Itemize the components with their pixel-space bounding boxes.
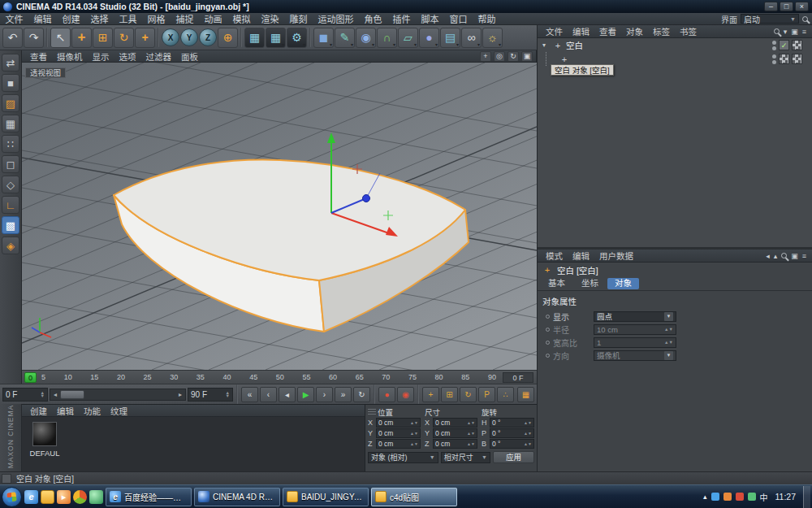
search-icon[interactable] (802, 16, 808, 22)
move-tool-icon[interactable]: + (71, 28, 92, 48)
menu-item-4[interactable]: 工具 (114, 12, 142, 25)
taskbar-task-c4d-textures[interactable]: c4d贴图 (371, 488, 457, 506)
size-z-field[interactable]: 0 cm▲▼ (433, 439, 477, 449)
visibility-dots[interactable] (772, 41, 776, 50)
om-menu-item-2[interactable]: 查看 (594, 25, 621, 37)
viewport-canvas[interactable]: 透视视图 (22, 63, 537, 370)
om-burger-icon[interactable]: ≡ (802, 28, 806, 36)
material-menu-item-3[interactable]: 纹理 (106, 405, 132, 417)
tab-basic[interactable]: 基本 (541, 278, 572, 289)
am-search-icon[interactable] (781, 253, 787, 258)
taskbar-task-baidu[interactable]: e 百度经验——实用... (106, 488, 192, 506)
live-selection-icon[interactable]: ↖ (50, 28, 71, 48)
minimize-button[interactable]: – (764, 2, 778, 11)
quicklaunch-ie-icon[interactable]: e (24, 490, 38, 504)
tab-coordinates[interactable]: 坐标 (574, 278, 606, 289)
view-label[interactable]: 透视视图 (25, 67, 66, 78)
pos-x-field[interactable]: 0 cm▲▼ (376, 418, 421, 428)
menu-item-14[interactable]: 脚本 (416, 12, 444, 25)
om-menu-item-0[interactable]: 文件 (541, 25, 568, 37)
menu-item-16[interactable]: 帮助 (473, 12, 501, 25)
menu-item-6[interactable]: 捕捉 (171, 12, 199, 25)
animation-options-icon[interactable]: ▦ (517, 387, 534, 402)
tray-icon-orange[interactable] (723, 493, 732, 501)
coord-mode-dropdown[interactable]: 对象 (相对)▼ (368, 452, 438, 463)
am-up-icon[interactable]: ▴ (774, 252, 778, 260)
gizmo-z-handle[interactable] (363, 195, 370, 202)
edges-mode-icon[interactable]: ◻ (2, 155, 19, 173)
model-mode-icon[interactable]: ■ (2, 74, 19, 92)
lock-y-axis-button[interactable]: Y (180, 28, 198, 46)
render-settings-icon[interactable]: ⚙▾ (287, 28, 307, 48)
quicklaunch-media-icon[interactable]: ▸ (57, 490, 71, 504)
pan-view-icon[interactable]: + (480, 51, 491, 62)
menu-item-15[interactable]: 窗口 (444, 12, 473, 25)
polygons-mode-icon[interactable]: ◇ (2, 176, 19, 193)
menu-item-11[interactable]: 运动图形 (313, 12, 359, 25)
am-lock-icon[interactable]: ▣ (791, 252, 798, 260)
spinner-icon[interactable]: ▲▼ (226, 391, 230, 398)
menu-item-3[interactable]: 选择 (85, 12, 114, 25)
add-stage-icon[interactable]: ▤▾ (440, 28, 460, 48)
add-light-icon[interactable]: ☼▾ (482, 28, 503, 48)
visibility-dots[interactable] (772, 54, 776, 64)
points-mode-icon[interactable]: ∷ (2, 135, 19, 153)
slider-handle[interactable] (60, 390, 84, 399)
quicklaunch-folder-icon[interactable] (41, 490, 54, 504)
current-frame-field[interactable]: 0 F (503, 372, 533, 383)
add-environment-icon[interactable]: ●▾ (419, 28, 439, 48)
goto-start-icon[interactable]: « (241, 387, 258, 402)
apply-button[interactable]: 应用 (493, 451, 534, 463)
rot-h-field[interactable]: 0 °▲▼ (490, 418, 534, 428)
menu-item-2[interactable]: 创建 (57, 12, 85, 25)
workplane-mode-icon[interactable]: ▦ (2, 115, 19, 132)
viewport-menu-item-2[interactable]: 显示 (88, 50, 114, 63)
slider-left-arrow-icon[interactable]: ◂ (50, 391, 60, 398)
redo-icon[interactable]: ↷ (24, 28, 44, 48)
goto-end-icon[interactable]: » (335, 387, 352, 402)
maximize-button[interactable]: □ (780, 2, 793, 11)
animation-dot[interactable] (546, 341, 550, 345)
frame-start-field[interactable]: 0 F ▲▼ (2, 388, 48, 402)
tray-icon-red[interactable] (736, 493, 744, 501)
material-menu-item-0[interactable]: 创建 (25, 405, 52, 417)
rotate-tool-icon[interactable]: ↻ (114, 28, 134, 48)
menu-item-9[interactable]: 渲染 (256, 12, 284, 25)
rotate-view-icon[interactable]: ↻ (508, 51, 519, 62)
layout-dropdown[interactable]: 启动 ▼ (741, 14, 799, 24)
timeline-ruler[interactable]: 0 51015202530354045505560657075808590 0 … (22, 370, 537, 384)
size-mode-dropdown[interactable]: 相对尺寸▼ (441, 452, 490, 463)
am-back-icon[interactable]: ◂ (766, 252, 770, 260)
play-forward-icon[interactable]: ▶ (297, 387, 314, 402)
axis-mode-icon[interactable]: ∟ (2, 196, 19, 214)
quicklaunch-app-icon[interactable] (89, 490, 103, 504)
add-cube-icon[interactable]: ◼▾ (313, 28, 334, 48)
last-tool-icon[interactable]: + (135, 28, 155, 48)
menu-item-0[interactable]: 文件 (0, 12, 28, 25)
render-picture-viewer-icon[interactable]: ▦▾ (266, 28, 286, 48)
menu-item-5[interactable]: 网格 (142, 12, 171, 25)
om-menu-item-3[interactable]: 对象 (621, 25, 648, 37)
om-search-icon[interactable] (774, 28, 780, 34)
taskbar-task-cinema4d[interactable]: CINEMA 4D R14.... (194, 488, 280, 506)
tab-object[interactable]: 对象 (607, 278, 639, 289)
menu-item-7[interactable]: 动画 (199, 12, 227, 25)
material-item[interactable]: DEFAUL (26, 422, 63, 458)
close-button[interactable]: × (795, 2, 809, 11)
viewport-menu-item-0[interactable]: 查看 (25, 50, 52, 63)
menu-item-1[interactable]: 编辑 (28, 12, 57, 25)
am-layout-icon[interactable]: ≡ (802, 252, 806, 260)
viewport-menu-item-4[interactable]: 过滤器 (141, 50, 177, 63)
tree-row[interactable]: ▾ + 空白 ✓ (538, 38, 812, 52)
object-tree[interactable]: ▾ + 空白 ✓ + 空白 对象 [空白] (538, 38, 812, 250)
add-spline-icon[interactable]: ✎▾ (335, 28, 355, 48)
om-filter-icon[interactable]: ▾ (784, 28, 788, 36)
size-x-field[interactable]: 0 cm▲▼ (433, 418, 477, 428)
add-link-icon[interactable]: ∞▾ (461, 28, 482, 48)
texture-axis-mode-icon[interactable]: ▩ (2, 216, 19, 234)
render-view-icon[interactable]: ▦ (244, 28, 265, 48)
om-menu-item-1[interactable]: 编辑 (568, 25, 594, 37)
size-y-field[interactable]: 0 cm▲▼ (433, 428, 477, 438)
add-floor-icon[interactable]: ▱▾ (398, 28, 418, 48)
menu-item-8[interactable]: 模拟 (227, 12, 256, 25)
